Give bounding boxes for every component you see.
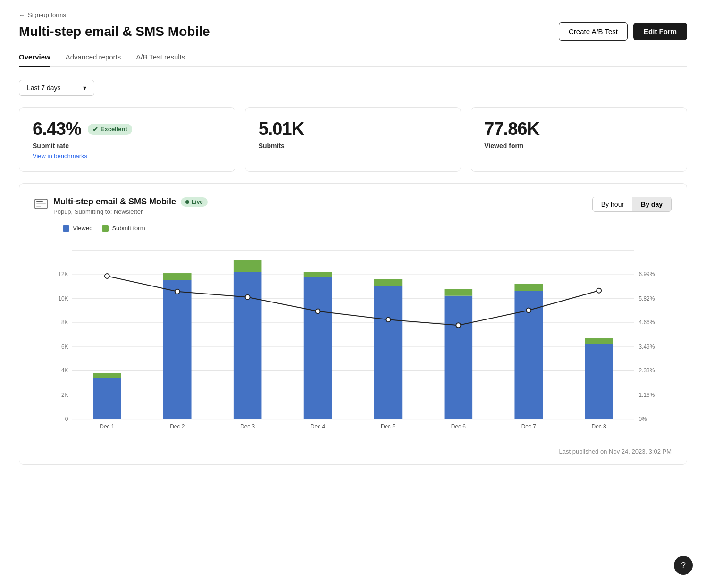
tab-overview[interactable]: Overview xyxy=(19,48,50,67)
create-ab-test-button[interactable]: Create A/B Test xyxy=(559,22,628,41)
back-link-label: Sign-up forms xyxy=(28,11,66,18)
svg-text:4.66%: 4.66% xyxy=(639,319,655,326)
date-range-label: Last 7 days xyxy=(27,84,61,92)
svg-text:1.16%: 1.16% xyxy=(639,392,655,398)
stat-top-submits: 5.01K xyxy=(259,119,448,139)
chart-title: Multi-step email & SMS Mobile Live xyxy=(53,197,208,207)
svg-text:2K: 2K xyxy=(61,392,68,398)
tab-ab-test-results[interactable]: A/B Test results xyxy=(136,48,185,67)
header-actions: Create A/B Test Edit Form xyxy=(559,22,687,41)
excellent-badge: ✔ Excellent xyxy=(88,124,132,135)
bar-submit-dec5 xyxy=(374,279,403,286)
stat-label-submit-rate: Submit rate xyxy=(33,142,222,150)
bar-submit-dec6 xyxy=(445,289,473,296)
svg-text:2.33%: 2.33% xyxy=(639,367,655,374)
legend-item-submit: Submit form xyxy=(102,225,145,232)
bar-chart-svg: 0 2K 4K 6K 8K 10K 12K 0% 1.16% 2.33% 3.4… xyxy=(34,240,672,438)
stat-value-submit-rate: 6.43% xyxy=(33,119,81,139)
benchmark-link[interactable]: View in benchmarks xyxy=(33,152,87,160)
svg-text:Dec 6: Dec 6 xyxy=(451,423,466,430)
dot-dec6 xyxy=(456,323,461,328)
live-dot xyxy=(185,200,189,204)
check-icon: ✔ xyxy=(92,126,98,133)
tabs-bar: Overview Advanced reports A/B Test resul… xyxy=(19,48,687,67)
by-hour-button[interactable]: By hour xyxy=(593,197,632,211)
svg-text:6.99%: 6.99% xyxy=(639,271,655,277)
back-link[interactable]: ← Sign-up forms xyxy=(19,11,687,18)
stat-value-viewed-form: 77.86K xyxy=(484,119,539,139)
svg-text:Dec 8: Dec 8 xyxy=(592,423,606,430)
filter-row: Last 7 days ▾ xyxy=(19,80,687,96)
stat-card-submits: 5.01K Submits xyxy=(245,107,462,172)
bar-viewed-dec1 xyxy=(93,378,121,419)
legend-item-viewed: Viewed xyxy=(63,225,92,232)
svg-text:12K: 12K xyxy=(58,271,68,277)
bar-submit-dec7 xyxy=(514,284,543,291)
chart-toggle: By hour By day xyxy=(592,197,672,212)
edit-form-button[interactable]: Edit Form xyxy=(633,23,687,40)
legend-swatch-submit xyxy=(102,225,109,232)
tab-advanced-reports[interactable]: Advanced reports xyxy=(66,48,121,67)
bar-viewed-dec6 xyxy=(445,296,473,419)
svg-text:Dec 1: Dec 1 xyxy=(100,423,114,430)
svg-text:4K: 4K xyxy=(61,367,68,374)
svg-text:0: 0 xyxy=(65,416,68,422)
svg-rect-1 xyxy=(36,201,43,202)
svg-text:8K: 8K xyxy=(61,319,68,326)
chart-title-block: Multi-step email & SMS Mobile Live Popup… xyxy=(34,197,208,215)
dot-dec8 xyxy=(597,288,601,293)
svg-text:Dec 2: Dec 2 xyxy=(170,423,185,430)
dot-dec3 xyxy=(245,295,250,300)
chart-published: Last published on Nov 24, 2023, 3:02 PM xyxy=(34,448,672,455)
svg-text:Dec 3: Dec 3 xyxy=(240,423,255,430)
live-badge: Live xyxy=(181,197,208,207)
bar-viewed-dec8 xyxy=(585,344,613,419)
legend-label-viewed: Viewed xyxy=(73,225,92,232)
chart-legend: Viewed Submit form xyxy=(63,225,672,232)
by-day-button[interactable]: By day xyxy=(632,197,671,211)
stat-card-viewed-form: 77.86K Viewed form xyxy=(471,107,687,172)
chart-header: Multi-step email & SMS Mobile Live Popup… xyxy=(34,197,672,215)
bar-viewed-dec3 xyxy=(234,272,262,419)
legend-label-submit: Submit form xyxy=(112,225,145,232)
svg-text:— Form submit rate: — Form submit rate xyxy=(670,319,672,369)
form-preview-icon xyxy=(34,199,48,209)
dot-dec1 xyxy=(105,274,109,278)
stat-top-viewed-form: 77.86K xyxy=(484,119,673,139)
chart-subtitle: Popup, Submitting to: Newsletter xyxy=(53,208,208,215)
bar-viewed-dec2 xyxy=(163,280,192,419)
bar-submit-dec3 xyxy=(234,260,262,272)
dot-dec7 xyxy=(526,308,531,312)
svg-text:10K: 10K xyxy=(58,295,68,302)
chart-title-text: Multi-step email & SMS Mobile Live Popup… xyxy=(53,197,208,215)
stat-top-submit-rate: 6.43% ✔ Excellent xyxy=(33,119,222,139)
page-title: Multi-step email & SMS Mobile xyxy=(19,24,210,39)
dot-dec2 xyxy=(175,289,180,294)
live-label: Live xyxy=(192,199,203,205)
back-arrow-icon: ← xyxy=(19,11,25,18)
chevron-down-icon: ▾ xyxy=(83,84,86,92)
bar-submit-dec8 xyxy=(585,338,613,344)
bar-viewed-dec5 xyxy=(374,286,403,419)
stats-row: 6.43% ✔ Excellent Submit rate View in be… xyxy=(19,107,687,172)
bar-submit-dec2 xyxy=(163,273,192,280)
chart-card: Multi-step email & SMS Mobile Live Popup… xyxy=(19,183,687,465)
svg-text:Dec 7: Dec 7 xyxy=(521,423,536,430)
svg-text:6K: 6K xyxy=(61,344,68,350)
svg-rect-2 xyxy=(36,203,46,204)
help-button[interactable]: ? xyxy=(674,556,693,575)
stat-label-submits: Submits xyxy=(259,142,448,150)
dot-dec5 xyxy=(386,317,390,322)
stat-label-viewed-form: Viewed form xyxy=(484,142,673,150)
date-range-dropdown[interactable]: Last 7 days ▾ xyxy=(19,80,94,96)
badge-label: Excellent xyxy=(101,126,127,133)
bar-submit-dec4 xyxy=(304,272,332,277)
svg-text:0%: 0% xyxy=(639,416,647,422)
svg-text:Dec 4: Dec 4 xyxy=(311,423,325,430)
header-row: Multi-step email & SMS Mobile Create A/B… xyxy=(19,22,687,41)
svg-text:Dec 5: Dec 5 xyxy=(381,423,395,430)
stat-card-submit-rate: 6.43% ✔ Excellent Submit rate View in be… xyxy=(19,107,235,172)
svg-rect-3 xyxy=(36,206,41,207)
chart-area: 0 2K 4K 6K 8K 10K 12K 0% 1.16% 2.33% 3.4… xyxy=(34,240,672,440)
stat-value-submits: 5.01K xyxy=(259,119,304,139)
